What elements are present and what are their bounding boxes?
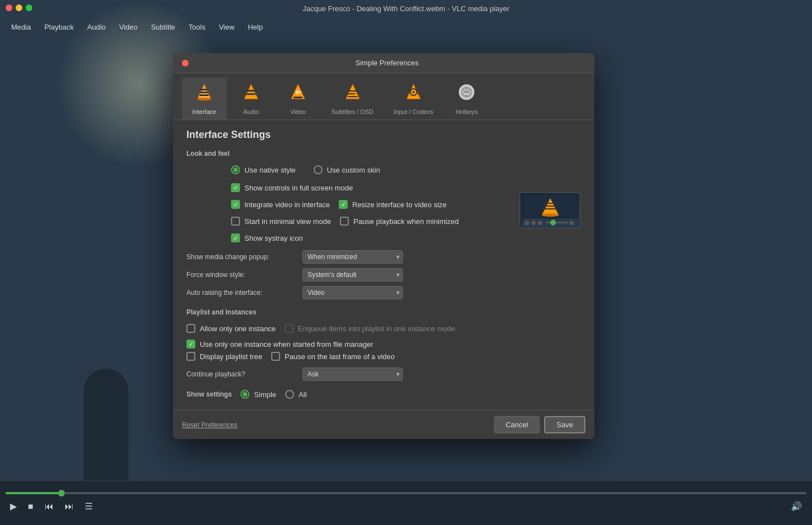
show-settings-label: Show settings (186, 390, 232, 398)
tab-subtitles[interactable]: Subtitles / OSD (323, 78, 382, 120)
menu-view[interactable]: View (213, 21, 240, 34)
playlist-instances-heading: Playlist and Instances (186, 308, 581, 318)
radio-native-style-indicator (231, 165, 240, 174)
progress-thumb (58, 490, 65, 497)
form-row-auto-raise: Auto raising the interface: Video Never … (186, 286, 581, 299)
reset-preferences-button[interactable]: Reset Preferences (182, 421, 237, 429)
svg-point-36 (538, 221, 542, 225)
radio-native-style-label: Use native style (244, 166, 296, 174)
svg-point-29 (542, 213, 559, 217)
popup-select[interactable]: When minimized Always Never (302, 250, 403, 264)
auto-raise-select-wrapper: Video Never Always (302, 286, 403, 299)
subtitles-icon (343, 82, 363, 106)
continue-select[interactable]: Ask Yes No (302, 367, 403, 381)
svg-point-34 (525, 221, 529, 225)
dialog-footer: Reset Preferences Cancel Save (173, 410, 594, 439)
maximize-button[interactable] (26, 4, 32, 11)
menu-playback[interactable]: Playback (39, 21, 79, 34)
check-resize[interactable] (339, 200, 348, 209)
prev-button[interactable]: ⏮ (40, 499, 58, 514)
check-row-pause-min: Pause playback when minimized (340, 217, 459, 226)
radio-native-style[interactable]: Use native style (231, 165, 296, 174)
check-row-pause-last-frame: Pause on the last frame of a video (271, 352, 395, 361)
menu-tools[interactable]: Tools (183, 21, 211, 34)
check-pause-min-label: Pause playback when minimized (353, 217, 459, 226)
check-row-integrate: Integrate video in interface (231, 200, 330, 209)
svg-rect-13 (348, 90, 358, 92)
check-playlist-tree-label: Display playlist tree (200, 352, 262, 361)
check-row-systray: Show systray icon (231, 233, 511, 242)
radio-custom-skin-indicator (314, 165, 323, 174)
svg-rect-3 (201, 89, 208, 90)
tab-hotkeys[interactable]: Hotkeys (444, 78, 489, 120)
dialog-close-button[interactable] (182, 60, 189, 66)
check-pause-last-frame-label: Pause on the last frame of a video (285, 352, 395, 361)
tab-input-label: Input / Codecs (393, 108, 433, 115)
close-button[interactable] (6, 4, 12, 11)
form-row-continue: Continue playback? Ask Yes No (186, 367, 581, 381)
tab-subtitles-label: Subtitles / OSD (331, 108, 373, 115)
dialog-content: Interface Settings Look and feel Use nat… (173, 120, 594, 410)
playlist-button[interactable]: ☰ (80, 499, 97, 514)
check-minimal[interactable] (231, 217, 240, 226)
minimize-button[interactable] (16, 4, 22, 11)
tab-interface[interactable]: Interface (182, 78, 227, 120)
svg-rect-8 (247, 93, 256, 95)
radio-all[interactable]: All (285, 390, 306, 399)
svg-point-38 (550, 219, 556, 225)
progress-track[interactable] (6, 492, 806, 494)
radio-all-label: All (299, 390, 306, 399)
check-enqueue[interactable] (285, 324, 294, 333)
window-style-select[interactable]: System's default None Minimal (302, 268, 403, 281)
radio-custom-skin[interactable]: Use custom skin (314, 165, 380, 174)
check-one-instance-label: Allow only one instance (200, 324, 276, 333)
tab-audio[interactable]: Audio (229, 78, 273, 120)
check-systray[interactable] (231, 233, 240, 242)
menu-audio[interactable]: Audio (81, 21, 111, 34)
svg-rect-15 (348, 96, 358, 97)
form-row-window-style: Force window style: System's default Non… (186, 268, 581, 281)
stop-button[interactable]: ■ (23, 499, 38, 514)
menu-video[interactable]: Video (113, 21, 143, 34)
dialog-title: Simple Preferences (189, 59, 585, 67)
play-button[interactable]: ▶ (6, 499, 21, 514)
radio-simple[interactable]: Simple (241, 390, 276, 399)
check-pause-min[interactable] (340, 217, 349, 226)
check-resize-label: Resize interface to video size (352, 201, 446, 209)
tab-input[interactable]: Input / Codecs (385, 78, 442, 120)
radio-simple-indicator (241, 390, 249, 399)
tab-video[interactable]: Video (276, 78, 320, 120)
check-one-instance-fm[interactable] (186, 340, 195, 349)
check-one-instance-fm-label: Use only one instance when started from … (200, 340, 373, 349)
look-and-feel-heading: Look and feel (186, 150, 581, 160)
popup-label: Show media change popup: (186, 253, 298, 261)
check-show-controls[interactable] (231, 183, 240, 192)
window-style-label: Force window style: (186, 271, 298, 279)
interface-preview (520, 192, 581, 228)
svg-point-18 (412, 91, 415, 93)
check-systray-label: Show systray icon (244, 234, 303, 242)
menu-subtitle[interactable]: Subtitle (145, 21, 180, 34)
svg-rect-25 (463, 93, 470, 95)
cancel-button[interactable]: Cancel (494, 416, 540, 433)
menu-media[interactable]: Media (6, 21, 36, 34)
save-button[interactable]: Save (544, 416, 585, 433)
svg-rect-30 (545, 203, 556, 204)
continue-label: Continue playback? (186, 370, 298, 378)
svg-rect-37 (546, 222, 568, 223)
popup-select-wrapper: When minimized Always Never (302, 250, 403, 264)
svg-point-39 (569, 221, 574, 225)
check-one-instance[interactable] (186, 324, 195, 333)
auto-raise-select[interactable]: Video Never Always (302, 286, 403, 299)
tab-video-label: Video (290, 108, 306, 115)
check-integrate[interactable] (231, 200, 240, 209)
menu-help[interactable]: Help (242, 21, 268, 34)
volume-button[interactable]: 🔊 (786, 499, 806, 514)
check-row-enqueue: Enqueue items into playlist in one insta… (285, 324, 455, 333)
check-integrate-label: Integrate video in interface (244, 201, 330, 209)
next-button[interactable]: ⏭ (60, 499, 78, 514)
check-pause-last-frame[interactable] (271, 352, 280, 361)
window-style-select-wrapper: System's default None Minimal (302, 268, 403, 281)
svg-point-35 (531, 221, 536, 225)
check-playlist-tree[interactable] (186, 352, 195, 361)
